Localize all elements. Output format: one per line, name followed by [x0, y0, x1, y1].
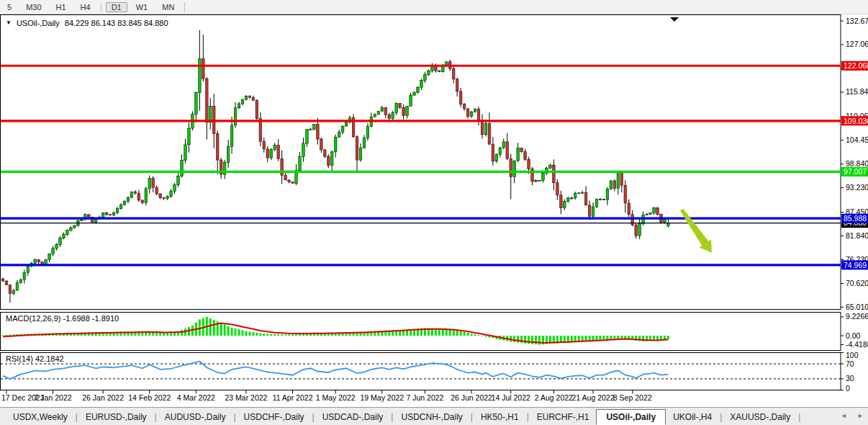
- svg-text:115.840: 115.840: [846, 87, 868, 96]
- rsi-pane: [1, 353, 841, 390]
- svg-text:132.670: 132.670: [846, 17, 868, 25]
- svg-text:65.010: 65.010: [846, 303, 868, 311]
- price-tag-74.969: 74.969: [841, 260, 868, 269]
- svg-text:93.230: 93.230: [846, 183, 868, 192]
- price-tag-109.036: 109.036: [841, 116, 868, 125]
- price-tag-85.988: 85.988: [841, 214, 868, 223]
- svg-text:7 Jan 2022: 7 Jan 2022: [35, 393, 72, 402]
- svg-text:122.068: 122.068: [844, 61, 868, 70]
- symbol-dropdown-icon[interactable]: ▼: [6, 20, 12, 26]
- chart-symbol-label: USOil-,Daily: [17, 19, 60, 27]
- svg-text:9.2266: 9.2266: [846, 312, 868, 321]
- svg-text:0.00: 0.00: [846, 331, 861, 340]
- macd-indicator-label: MACD(12,26,9) -1.6988 -1.8910: [6, 314, 119, 323]
- svg-text:30: 30: [846, 374, 854, 382]
- chart-tab-usoil-daily[interactable]: USOil-,Daily: [596, 409, 666, 425]
- tab-scroll-left-icon[interactable]: ◄: [841, 412, 847, 419]
- chart-title-overlay: ▼ USOil-,Daily 84.229 86.143 83.845 84.8…: [6, 19, 168, 27]
- svg-text:8 Sep 2022: 8 Sep 2022: [613, 393, 652, 402]
- svg-text:7 Jun 2022: 7 Jun 2022: [406, 393, 443, 402]
- svg-text:97.007: 97.007: [844, 167, 867, 176]
- svg-text:19 May 2022: 19 May 2022: [360, 393, 404, 402]
- svg-text:104.450: 104.450: [846, 135, 868, 144]
- chart-tab-usdcad-daily[interactable]: USDCAD-,Daily: [315, 410, 391, 424]
- price-chart-canvas[interactable]: 132.670127.060121.450115.840110.060104.4…: [0, 0, 868, 407]
- tab-scroll-controls: ◄ ►: [832, 412, 864, 419]
- svg-text:109.036: 109.036: [844, 117, 868, 125]
- chart-tab-ukoil-h4[interactable]: UKOil-,H4: [666, 410, 719, 424]
- svg-text:85.988: 85.988: [844, 214, 867, 223]
- chart-ohlc-readout: 84.229 86.143 83.845 84.880: [65, 19, 168, 27]
- svg-text:26 Jan 2022: 26 Jan 2022: [82, 393, 124, 402]
- tab-separator: |: [797, 412, 801, 422]
- chart-tab-usdcnh-daily[interactable]: USDCNH-,Daily: [394, 410, 469, 424]
- svg-text:70: 70: [846, 359, 854, 368]
- chart-tab-eurusd-daily[interactable]: EURUSD-,Daily: [78, 410, 154, 424]
- svg-text:-4.4188: -4.4188: [846, 340, 868, 349]
- price-axis: 132.670127.060121.450115.840110.060104.4…: [841, 17, 868, 393]
- chart-tab-audusd-daily[interactable]: AUDUSD-,Daily: [158, 410, 233, 424]
- chart-tab-bar: USDX,Weekly|EURUSD-,Daily|AUDUSD-,Daily|…: [0, 407, 868, 425]
- trading-platform-window: 5M30H1H4D1W1MN 132.670127.060121.450115.…: [0, 0, 868, 425]
- svg-text:1 May 2022: 1 May 2022: [316, 393, 356, 402]
- svg-text:74.969: 74.969: [844, 261, 867, 269]
- svg-text:0: 0: [846, 384, 850, 393]
- svg-text:14 Jul 2022: 14 Jul 2022: [492, 393, 530, 402]
- svg-text:21 Aug 2022: 21 Aug 2022: [572, 393, 615, 402]
- svg-text:23 Mar 2022: 23 Mar 2022: [225, 393, 267, 402]
- chart-tab-eurchf-h1[interactable]: EURCHF-,H1: [530, 410, 597, 424]
- svg-text:14 Feb 2022: 14 Feb 2022: [128, 393, 171, 402]
- date-axis: 17 Dec 20217 Jan 202226 Jan 202214 Feb 2…: [1, 390, 652, 403]
- chart-tab-xauusd-daily[interactable]: XAUUSD-,Daily: [723, 410, 797, 424]
- svg-text:100: 100: [846, 351, 859, 359]
- rsi-indicator-label: RSI(14) 42.1842: [6, 354, 64, 363]
- svg-text:70.620: 70.620: [846, 279, 868, 287]
- tab-scroll-right-icon[interactable]: ►: [857, 412, 864, 419]
- chart-tab-usdx-weekly[interactable]: USDX,Weekly: [6, 410, 75, 424]
- svg-text:2 Aug 2022: 2 Aug 2022: [535, 393, 573, 402]
- svg-text:26 Jun 2022: 26 Jun 2022: [451, 393, 492, 402]
- price-tag-97.007: 97.007: [841, 167, 868, 176]
- chart-tab-hk50-h1[interactable]: HK50-,H1: [474, 410, 526, 424]
- svg-text:81.840: 81.840: [846, 231, 868, 240]
- svg-text:11 Apr 2022: 11 Apr 2022: [273, 393, 313, 402]
- svg-text:127.060: 127.060: [846, 40, 868, 48]
- svg-text:4 Mar 2022: 4 Mar 2022: [177, 393, 215, 402]
- chart-tab-usdchf-daily[interactable]: USDCHF-,Daily: [237, 410, 312, 424]
- price-tag-122.068: 122.068: [841, 61, 868, 71]
